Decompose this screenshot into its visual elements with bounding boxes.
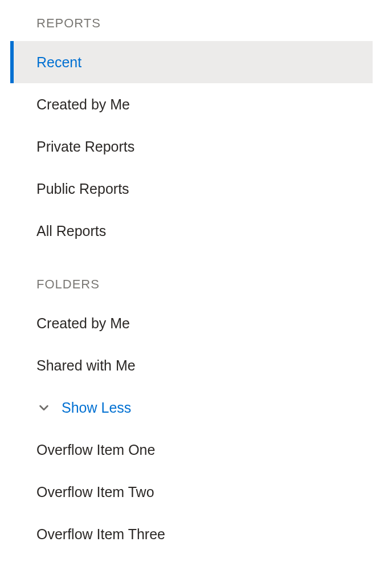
nav-item-created-by-me[interactable]: Created by Me [10,83,373,125]
nav-item-label: Recent [36,54,81,71]
nav-item-overflow-three[interactable]: Overflow Item Three [10,513,373,555]
nav-item-all-reports[interactable]: All Reports [10,210,373,252]
nav-item-label: All Reports [36,223,106,239]
nav-item-label: Created by Me [36,315,130,332]
nav-item-private-reports[interactable]: Private Reports [10,125,373,168]
nav-item-label: Overflow Item Three [36,526,165,543]
nav-item-overflow-one[interactable]: Overflow Item One [10,429,373,471]
vertical-navigation: REPORTS Recent Created by Me Private Rep… [0,0,392,555]
nav-item-label: Overflow Item One [36,442,155,458]
nav-item-public-reports[interactable]: Public Reports [10,168,373,210]
nav-item-recent[interactable]: Recent [10,41,373,83]
nav-item-label: Private Reports [36,139,134,155]
section-header-reports: REPORTS [10,16,373,41]
nav-item-label: Public Reports [36,181,129,197]
section-header-label: REPORTS [36,16,101,30]
chevron-down-icon [36,400,51,415]
overflow-toggle-show-less[interactable]: Show Less [10,386,373,429]
overflow-toggle-label: Show Less [62,400,131,416]
nav-item-folders-shared-with-me[interactable]: Shared with Me [10,344,373,386]
nav-item-overflow-two[interactable]: Overflow Item Two [10,471,373,513]
nav-item-folders-created-by-me[interactable]: Created by Me [10,302,373,344]
nav-item-label: Created by Me [36,96,130,113]
nav-item-label: Overflow Item Two [36,484,154,500]
nav-item-label: Shared with Me [36,357,136,374]
section-header-label: FOLDERS [36,277,100,291]
section-header-folders: FOLDERS [10,252,373,302]
